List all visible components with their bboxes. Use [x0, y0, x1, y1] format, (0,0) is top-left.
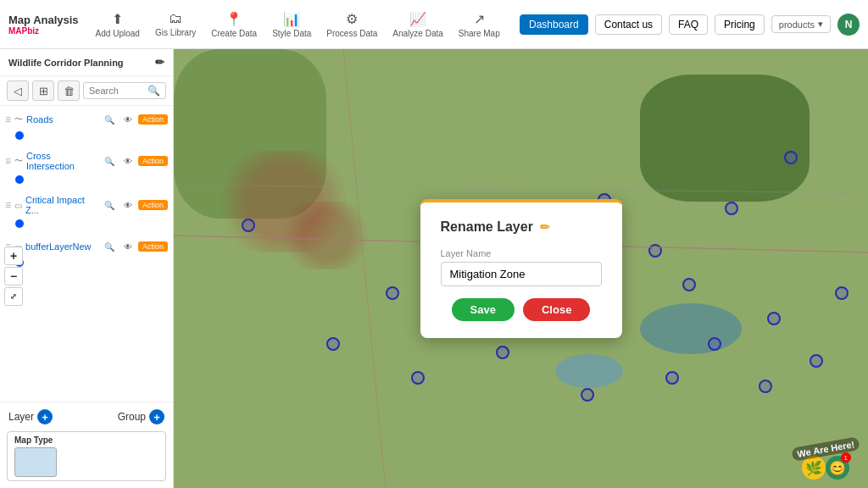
layer-controls-cross-intersection: 🔍 👁 Action: [101, 153, 168, 169]
add-group-button[interactable]: Group +: [118, 409, 164, 424]
app-logo: Map Analysis MAPbiz: [8, 14, 79, 36]
contact-button[interactable]: Contact us: [595, 14, 662, 35]
layer-item-buffer[interactable]: ≡ ▭ bufferLayerNew 🔍 👁 Action: [0, 236, 173, 257]
action-button-buffer[interactable]: Action: [138, 241, 168, 252]
rename-modal-overlay: Rename Layer ✏ Layer Name Save Close: [174, 49, 868, 488]
modal-title: Rename Layer ✏: [441, 219, 602, 235]
layer-list: ≡ 〜 Roads 🔍 👁 Action ≡ 〜 Cross Intersect…: [0, 106, 173, 402]
visibility-icon[interactable]: 👁: [120, 112, 136, 127]
nav-process-data-label: Process Data: [326, 29, 377, 38]
rename-modal: Rename Layer ✏ Layer Name Save Close: [420, 199, 622, 338]
search-layer-icon[interactable]: 🔍: [101, 112, 118, 127]
layer-name-critical-impact: Critical Impact Z...: [25, 195, 97, 215]
layer-name-buffer: bufferLayerNew: [25, 241, 97, 252]
nav-process-data[interactable]: ⚙ Process Data: [326, 11, 377, 38]
action-button-critical-impact[interactable]: Action: [138, 200, 168, 210]
nav-gis-library[interactable]: 🗂 Gis Library: [155, 11, 196, 38]
add-layer-icon: +: [37, 409, 53, 424]
layer-group-cross-intersection: ≡ 〜 Cross Intersection 🔍 👁 Action: [0, 145, 173, 189]
layer-item-cross-intersection[interactable]: ≡ 〜 Cross Intersection 🔍 👁 Action: [0, 148, 173, 174]
layer-controls-roads: 🔍 👁 Action: [101, 112, 168, 127]
visibility-icon[interactable]: 👁: [120, 197, 136, 213]
layer-dot-cross-intersection: [15, 175, 24, 184]
save-button[interactable]: Save: [452, 298, 515, 321]
layer-dot-roads: [15, 131, 24, 140]
analyze-data-icon: 📈: [409, 11, 426, 27]
style-data-icon: 📊: [283, 11, 300, 27]
app-title: Map Analysis: [8, 14, 79, 26]
app-subtitle: MAPbiz: [8, 26, 39, 36]
sidebar-title: Wildlife Corridor Planning: [8, 58, 124, 68]
zoom-controls: + − ⤢: [4, 247, 23, 306]
layer-group-buffer: ≡ ▭ bufferLayerNew 🔍 👁 Action: [0, 233, 173, 272]
drag-handle-icon: ≡: [5, 155, 11, 167]
back-tool-button[interactable]: ◁: [7, 80, 29, 101]
nav-style-data[interactable]: 📊 Style Data: [272, 11, 311, 38]
nav-share-map[interactable]: ↗ Share Map: [459, 11, 500, 38]
faq-button[interactable]: FAQ: [669, 14, 708, 35]
main-area: Wildlife Corridor Planning ✏ ◁ ⊞ 🗑 🔍 ≡ 〜…: [0, 49, 868, 488]
we-are-here-icon-2: 😊 1: [826, 456, 849, 480]
drag-handle-icon: ≡: [5, 114, 11, 125]
zoom-fit-button[interactable]: ⤢: [4, 287, 23, 306]
zoom-in-button[interactable]: +: [4, 247, 23, 265]
map-type-label: Map Type: [14, 435, 159, 445]
add-group-icon: +: [149, 409, 164, 424]
add-layer-button[interactable]: Layer +: [8, 409, 53, 424]
sidebar-footer: Layer + Group +: [0, 402, 173, 431]
layer-controls-critical-impact: 🔍 👁 Action: [101, 197, 168, 213]
nav-create-data[interactable]: 📍 Create Data: [211, 11, 257, 38]
modal-title-text: Rename Layer: [441, 219, 533, 235]
group-label: Group: [118, 411, 146, 423]
visibility-icon[interactable]: 👁: [120, 153, 136, 169]
nav-gis-library-label: Gis Library: [155, 28, 196, 37]
nav-add-upload[interactable]: ⬆ Add Upload: [96, 11, 140, 38]
grid-tool-button[interactable]: ⊞: [32, 80, 54, 101]
nav-analyze-data[interactable]: 📈 Analyze Data: [392, 11, 442, 38]
gis-library-icon: 🗂: [169, 11, 182, 26]
action-button-cross-intersection[interactable]: Action: [138, 156, 168, 166]
products-dropdown[interactable]: products ▾: [771, 15, 831, 33]
sidebar: Wildlife Corridor Planning ✏ ◁ ⊞ 🗑 🔍 ≡ 〜…: [0, 49, 174, 488]
search-layer-icon[interactable]: 🔍: [101, 153, 118, 169]
map-area: Rename Layer ✏ Layer Name Save Close We …: [174, 49, 868, 488]
action-button-roads[interactable]: Action: [138, 114, 168, 125]
nav-items: ⬆ Add Upload 🗂 Gis Library 📍 Create Data…: [96, 11, 520, 38]
layer-name-roads: Roads: [26, 114, 97, 125]
nav-right: Dashboard Contact us FAQ Pricing product…: [520, 14, 860, 36]
search-layer-icon[interactable]: 🔍: [101, 197, 118, 213]
map-type-box[interactable]: Map Type: [7, 431, 166, 481]
delete-tool-button[interactable]: 🗑: [58, 80, 80, 101]
nav-analyze-data-label: Analyze Data: [392, 29, 442, 38]
search-input[interactable]: [89, 86, 147, 96]
create-data-icon: 📍: [225, 11, 242, 27]
layer-item-roads[interactable]: ≡ 〜 Roads 🔍 👁 Action: [0, 109, 173, 130]
layer-name-input[interactable]: [441, 262, 602, 286]
nav-share-map-label: Share Map: [459, 29, 500, 38]
search-icon: 🔍: [147, 85, 160, 97]
nav-style-data-label: Style Data: [272, 29, 311, 38]
sidebar-header: Wildlife Corridor Planning ✏: [0, 49, 173, 76]
add-upload-icon: ⬆: [112, 11, 123, 27]
dashboard-button[interactable]: Dashboard: [520, 14, 588, 35]
layer-item-critical-impact[interactable]: ≡ ▭ Critical Impact Z... 🔍 👁 Action: [0, 192, 173, 218]
pricing-button[interactable]: Pricing: [715, 14, 765, 35]
map-type-thumbnail: [14, 447, 57, 477]
layer-name-cross-intersection: Cross Intersection: [26, 151, 97, 171]
pencil-icon: ✏: [540, 220, 550, 234]
visibility-icon[interactable]: 👁: [120, 239, 136, 254]
close-button[interactable]: Close: [523, 298, 590, 321]
zoom-out-button[interactable]: −: [4, 267, 23, 286]
line-type-icon: 〜: [14, 114, 23, 125]
modal-buttons: Save Close: [441, 298, 602, 321]
polygon-type-icon: ▭: [14, 201, 22, 210]
drag-handle-icon: ≡: [5, 199, 11, 211]
layer-group-critical-impact: ≡ ▭ Critical Impact Z... 🔍 👁 Action: [0, 189, 173, 233]
notification-badge: 1: [841, 452, 851, 463]
we-are-here-icons: 🌿 😊 1: [802, 456, 849, 480]
search-layer-icon[interactable]: 🔍: [101, 239, 118, 254]
share-map-icon: ↗: [474, 11, 485, 27]
edit-icon[interactable]: ✏: [155, 56, 164, 69]
sidebar-toolbar: ◁ ⊞ 🗑 🔍: [0, 76, 173, 106]
search-box[interactable]: 🔍: [83, 82, 166, 99]
